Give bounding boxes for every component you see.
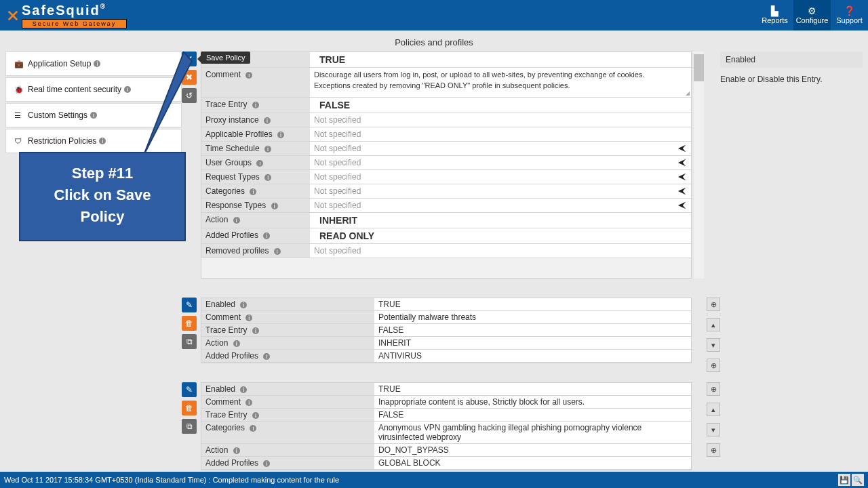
scroll-thumb[interactable] [694, 54, 704, 81]
info-icon [250, 188, 256, 195]
info-icon [263, 460, 270, 467]
groups-field[interactable]: Not specified [314, 158, 361, 167]
save-tooltip: Save Policy [201, 52, 250, 64]
info-icon [256, 160, 263, 167]
time-field[interactable]: Not specified [314, 144, 361, 153]
chart-icon: ▙ [756, 5, 793, 16]
send-icon[interactable] [677, 186, 687, 196]
info-icon [90, 112, 97, 119]
move-down-button[interactable]: ▾ [707, 423, 720, 436]
info-icon [245, 314, 252, 321]
edit-button[interactable]: ✎ [182, 382, 197, 397]
profiles-field[interactable]: Not specified [314, 129, 361, 139]
logo-text: SafeSquid® [22, 3, 106, 18]
info-icon [245, 399, 252, 406]
info-icon [263, 232, 270, 239]
info-icon [271, 203, 278, 209]
delete-button[interactable]: 🗑 [182, 316, 197, 331]
resize-handle[interactable]: ◢ [686, 90, 690, 96]
gears-icon: ⚙ [793, 5, 831, 16]
info-icon [245, 72, 252, 79]
move-top-button[interactable]: ⊕ [707, 382, 720, 396]
instruction-callout: Step #11 Click on Save Policy [19, 152, 186, 241]
trace-value[interactable]: FALSE [314, 100, 687, 110]
nav-reports[interactable]: ▙Reports [756, 0, 793, 30]
info-icon [252, 327, 259, 334]
info-icon [240, 386, 247, 393]
move-bottom-button[interactable]: ⊕ [707, 443, 720, 457]
info-icon [264, 117, 271, 124]
logo: SafeSquid® Secure Web Gateway [0, 0, 127, 30]
briefcase-icon: 💼 [14, 60, 24, 68]
send-icon[interactable] [677, 158, 687, 167]
top-nav: ▙Reports ⚙Configure ❓Support [756, 0, 868, 30]
policy-form-1: Enabled TRUE Comment Discourage all user… [201, 52, 692, 279]
move-up-button[interactable]: ▴ [707, 318, 720, 331]
status-text: Wed Oct 11 2017 15:58:34 GMT+0530 (India… [4, 476, 339, 484]
move-up-button[interactable]: ▴ [707, 403, 720, 416]
help-title: Enabled [720, 52, 863, 68]
info-icon [263, 353, 270, 360]
move-top-button[interactable]: ⊕ [707, 298, 720, 311]
move-down-button[interactable]: ▾ [707, 338, 720, 352]
info-icon [233, 340, 240, 347]
move-bottom-button[interactable]: ⊕ [707, 359, 720, 372]
send-icon[interactable] [677, 172, 687, 182]
svg-marker-0 [98, 52, 192, 154]
info-icon [252, 102, 259, 108]
copy-button[interactable]: ⧉ [182, 419, 197, 434]
send-icon[interactable] [677, 201, 687, 210]
cat-field[interactable]: Not specified [314, 186, 361, 196]
policy-summary-3: Enabled TRUE Comment Inappropriate conte… [201, 382, 692, 470]
info-icon [264, 174, 271, 181]
help-icon: ❓ [831, 5, 868, 16]
info-icon [274, 248, 281, 255]
sliders-icon: ☰ [14, 111, 24, 120]
info-icon [277, 131, 284, 138]
info-icon [240, 302, 247, 308]
bug-icon: 🐞 [14, 85, 24, 94]
status-bar: Wed Oct 11 2017 15:58:34 GMT+0530 (India… [0, 472, 868, 488]
comment-field[interactable]: Discourage all users from log in, post, … [314, 70, 687, 92]
info-icon [252, 412, 259, 419]
action-value[interactable]: INHERIT [314, 215, 687, 226]
logo-icon [7, 9, 19, 22]
topbar: SafeSquid® Secure Web Gateway ▙Reports ⚙… [0, 0, 868, 30]
send-icon[interactable] [677, 144, 687, 153]
proxy-field[interactable]: Not specified [314, 115, 361, 125]
info-icon [250, 425, 256, 432]
added-value[interactable]: READ ONLY [314, 230, 687, 241]
save-icon[interactable]: 💾 [838, 474, 850, 486]
scrollbar[interactable] [694, 52, 704, 279]
help-panel: Enabled Enable or Disable this Entry. [720, 52, 863, 470]
nav-support[interactable]: ❓Support [831, 0, 868, 30]
delete-button[interactable]: 🗑 [182, 401, 197, 415]
removed-field[interactable]: Not specified [314, 246, 361, 256]
policy-summary-2: Enabled TRUE Comment Potentially malware… [201, 298, 692, 363]
callout-arrow [97, 37, 212, 159]
search-icon[interactable]: 🔍 [852, 474, 864, 486]
info-icon [264, 146, 271, 152]
help-desc: Enable or Disable this Entry. [720, 75, 863, 84]
nav-configure[interactable]: ⚙Configure [793, 0, 831, 30]
resp-field[interactable]: Not specified [314, 201, 361, 210]
logo-subtitle: Secure Web Gateway [22, 19, 127, 28]
enabled-value[interactable]: TRUE [314, 54, 687, 65]
copy-button[interactable]: ⧉ [182, 334, 197, 349]
info-icon [233, 217, 240, 224]
shield-icon: 🛡 [14, 137, 24, 145]
req-field[interactable]: Not specified [314, 172, 361, 182]
info-icon [233, 447, 240, 454]
edit-button[interactable]: ✎ [182, 298, 197, 312]
